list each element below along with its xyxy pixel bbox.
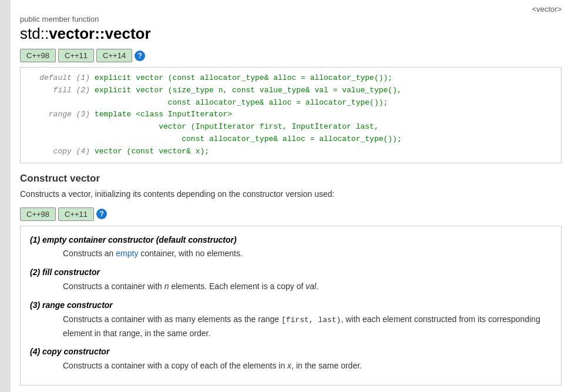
tabs-row-2: C++98 C++11 ? [20, 207, 562, 221]
code-label-range-2 [30, 121, 95, 133]
constructor-item-4: (4) copy constructor Constructs a contai… [30, 345, 552, 373]
code-box: default (1) explicit vector (const alloc… [20, 67, 562, 163]
code-text-range-3: const allocator_type& alloc = allocator_… [95, 133, 402, 146]
tab-cpp98-1[interactable]: C++98 [20, 49, 56, 62]
code-text-copy: vector (const vector& x); [95, 146, 209, 158]
function-title-prefix: std:: [20, 25, 49, 42]
public-member-label: public member function [20, 15, 562, 24]
constructor-item-2: (2) fill constructor Constructs a contai… [30, 266, 552, 294]
function-title-name: vector::vector [49, 25, 150, 42]
code-line-range-3: const allocator_type& alloc = allocator_… [30, 133, 552, 146]
help-icon-2[interactable]: ? [96, 209, 107, 219]
help-icon-1[interactable]: ? [135, 51, 145, 61]
code-label-default: default (1) [30, 72, 95, 85]
tab-cpp98-2[interactable]: C++98 [20, 207, 56, 221]
code-label-range-3 [30, 133, 95, 146]
code-text-default: explicit vector (const allocator_type& a… [95, 72, 392, 85]
left-sidebar [0, 0, 11, 392]
constructor-heading-2: (2) fill constructor [30, 266, 552, 280]
code-text-range-2: vector (InputIterator first, InputIterat… [95, 121, 379, 133]
constructor-body-4: Constructs a container with a copy of ea… [63, 359, 552, 373]
empty-link[interactable]: empty [116, 249, 138, 258]
constructor-heading-3: (3) range constructor [30, 299, 552, 313]
constructor-item-3: (3) range constructor Constructs a conta… [30, 299, 552, 341]
code-label-copy: copy (4) [30, 146, 95, 158]
code-label-fill: fill (2) [30, 85, 95, 97]
constructor-body-2: Constructs a container with n elements. … [63, 280, 552, 294]
code-line-fill-2: const allocator_type& alloc = allocator_… [30, 97, 552, 109]
tab-cpp14-1[interactable]: C++14 [96, 49, 132, 62]
constructor-heading-4: (4) copy constructor [30, 345, 552, 359]
code-label-fill-2 [30, 97, 95, 109]
tab-cpp11-1[interactable]: C++11 [58, 49, 94, 62]
code-line-range-2: vector (InputIterator first, InputIterat… [30, 121, 552, 133]
section-desc-text: Constructs a vector, initializing its co… [20, 189, 334, 199]
code-text-range-1: template <class InputIterator> [95, 109, 232, 121]
code-label-range: range (3) [30, 109, 95, 121]
constructor-body-3: Constructs a container with as many elem… [63, 313, 552, 341]
tab-cpp11-2[interactable]: C++11 [58, 207, 94, 221]
code-text-fill-2: const allocator_type& alloc = allocator_… [95, 97, 388, 109]
vector-label: <vector> [532, 5, 562, 14]
main-content: <vector> public member function std::vec… [11, 0, 571, 392]
constructor-section: (1) empty container constructor (default… [20, 226, 562, 386]
code-line-fill-1: fill (2) explicit vector (size_type n, c… [30, 85, 552, 97]
top-right-label: <vector> [20, 5, 562, 15]
code-text-fill-1: explicit vector (size_type n, const valu… [95, 85, 402, 97]
constructor-heading-1: (1) empty container constructor (default… [30, 233, 552, 247]
section-title: Construct vector [20, 173, 562, 185]
code-line-range-1: range (3) template <class InputIterator> [30, 109, 552, 121]
section-desc: Constructs a vector, initializing its co… [20, 188, 562, 200]
code-line-copy: copy (4) vector (const vector& x); [30, 146, 552, 158]
code-line-default: default (1) explicit vector (const alloc… [30, 72, 552, 85]
constructor-body-1: Constructs an empty container, with no e… [63, 247, 552, 261]
tabs-row-1: C++98 C++11 C++14 ? [20, 49, 562, 62]
constructor-item-1: (1) empty container constructor (default… [30, 233, 552, 262]
function-title: std::vector::vector [20, 25, 562, 43]
